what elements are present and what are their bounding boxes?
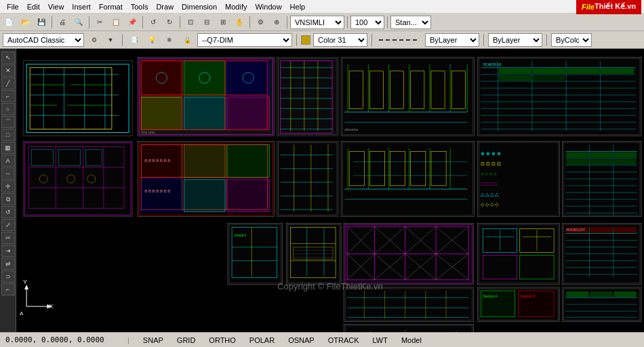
- toolbar-row-1: 📄 📂 💾 🖨 🔍 ✂ 📋 📌 ↺ ↻ ⊡ ⊟ ⊞ ✋ ⚙ ⊕ VNSIMLI …: [0, 14, 644, 31]
- fillet-tool[interactable]: ⌐: [1, 283, 15, 295]
- paste-btn[interactable]: 📌: [125, 15, 140, 30]
- hatch-tool[interactable]: ▦: [1, 142, 15, 154]
- svg-text:elevation: elevation: [344, 127, 358, 131]
- svg-text:◇ ◇ ◇ ◇: ◇ ◇ ◇ ◇: [481, 202, 499, 207]
- prop-sep1: [122, 34, 123, 46]
- svg-rect-108: [227, 180, 269, 211]
- canvas-area[interactable]: floor plan: [16, 49, 644, 332]
- menu-edit[interactable]: Edit: [23, 0, 44, 13]
- color-combo[interactable]: Color 31: [313, 33, 367, 47]
- plotstyle-combo[interactable]: ByColor: [551, 33, 592, 47]
- extend-tool[interactable]: ⇥: [1, 245, 15, 257]
- layer-icon[interactable]: 📑: [127, 33, 142, 47]
- print-btn[interactable]: 🖨: [55, 15, 70, 30]
- menu-view[interactable]: View: [44, 0, 68, 13]
- svg-rect-169: [614, 152, 637, 158]
- svg-rect-221: [479, 224, 558, 283]
- menu-bar: File Edit View Insert Format Tools Draw …: [0, 0, 644, 14]
- save-btn[interactable]: 💾: [34, 15, 49, 30]
- prop-btn[interactable]: ⚙: [253, 15, 268, 30]
- freeze-btn[interactable]: ❄: [162, 33, 177, 47]
- offset-tool[interactable]: ⊃: [1, 270, 15, 283]
- zoom-win-btn[interactable]: ⊡: [183, 15, 198, 30]
- cut-btn[interactable]: ✂: [92, 15, 107, 30]
- otrack-status[interactable]: OTRACK: [328, 336, 359, 344]
- new-btn[interactable]: 📄: [1, 15, 16, 30]
- arc-tool[interactable]: ⌒: [1, 116, 15, 128]
- zoom-ext-btn[interactable]: ⊞: [216, 15, 230, 30]
- copy-tool[interactable]: ⧉: [1, 193, 15, 205]
- grid-status[interactable]: GRID: [177, 336, 196, 344]
- polar-status[interactable]: POLAR: [249, 336, 275, 344]
- text-tool[interactable]: A: [1, 155, 15, 167]
- color-swatch[interactable]: [301, 35, 310, 45]
- layer-state-btn[interactable]: 💡: [144, 33, 159, 47]
- svg-rect-168: [590, 152, 612, 158]
- sep8: [387, 16, 388, 28]
- undo-btn[interactable]: ↺: [146, 15, 161, 30]
- linetype-combo[interactable]: ByLayer: [425, 33, 479, 47]
- prop-sep3: [371, 34, 372, 46]
- layer-name-combo[interactable]: --Q7-DIM: [197, 33, 292, 47]
- ws-btn1[interactable]: ⚙: [87, 33, 102, 47]
- line-tool[interactable]: ╱: [1, 77, 15, 89]
- menu-tools[interactable]: Tools: [127, 0, 153, 13]
- sep6: [287, 16, 287, 28]
- menu-window[interactable]: Window: [251, 0, 285, 13]
- svg-marker-286: [24, 285, 28, 289]
- move-tool[interactable]: ✛: [1, 180, 15, 192]
- menu-modify[interactable]: Modify: [221, 0, 251, 13]
- menu-insert[interactable]: Insert: [68, 0, 95, 13]
- svg-rect-85: [533, 75, 565, 81]
- copy-btn[interactable]: 📋: [108, 15, 123, 30]
- mirror-tool[interactable]: ⇌: [1, 258, 15, 270]
- rect-tool[interactable]: □: [1, 129, 15, 141]
- zoom-prev-btn[interactable]: ⊟: [199, 15, 214, 30]
- polyline-tool[interactable]: ⌐: [1, 90, 15, 102]
- ortho-status[interactable]: ORTHO: [209, 336, 236, 344]
- svg-rect-83: [601, 68, 634, 74]
- erase-tool[interactable]: ✕: [1, 64, 15, 77]
- svg-text:B B B B B B B: B B B B B B B: [144, 159, 170, 163]
- linetype-preview: [379, 39, 420, 41]
- zoom-combo[interactable]: 100: [350, 16, 384, 29]
- ws-btn2[interactable]: ▼: [103, 33, 118, 47]
- svg-text:B B B B B B B: B B B B B B B: [144, 189, 170, 193]
- match-btn[interactable]: ⊕: [269, 15, 284, 30]
- menu-format[interactable]: Format: [95, 0, 127, 13]
- svg-rect-129: [342, 143, 472, 216]
- workspace-combo[interactable]: AutoCAD Classic: [3, 33, 84, 47]
- preview-btn[interactable]: 🔍: [71, 15, 86, 30]
- pan-btn[interactable]: ✋: [232, 15, 247, 30]
- menu-help[interactable]: Help: [286, 0, 310, 13]
- svg-text:⊡ ⊡ ⊡ ⊡: ⊡ ⊡ ⊡ ⊡: [481, 161, 501, 166]
- scale-tool[interactable]: ⤢: [1, 219, 15, 231]
- redo-btn[interactable]: ↻: [162, 15, 177, 30]
- standard-combo[interactable]: Stan...: [390, 16, 431, 29]
- menu-file[interactable]: File: [3, 0, 23, 13]
- svg-rect-171: [590, 159, 612, 165]
- svg-text:Y: Y: [23, 279, 27, 285]
- lwt-status[interactable]: LWT: [373, 336, 388, 344]
- select-tool[interactable]: ↖: [1, 52, 15, 64]
- svg-rect-81: [533, 68, 565, 74]
- rotate-tool[interactable]: ↺: [1, 206, 15, 218]
- dim-tool[interactable]: ↔: [1, 167, 15, 180]
- menu-draw[interactable]: Draw: [152, 0, 178, 13]
- sep3: [142, 16, 143, 28]
- open-btn[interactable]: 📂: [18, 15, 33, 30]
- model-status[interactable]: Model: [401, 336, 422, 344]
- trim-tool[interactable]: ✂: [1, 232, 15, 244]
- snap-status[interactable]: SNAP: [143, 336, 163, 344]
- prop-bar: AutoCAD Classic ⚙ ▼ 📑 💡 ❄ 🔒 --Q7-DIM Col…: [0, 31, 644, 49]
- svg-rect-47: [342, 59, 472, 135]
- menu-dimension[interactable]: Dimension: [178, 0, 221, 13]
- svg-rect-267: [566, 291, 588, 297]
- lineweight-combo[interactable]: ByLayer: [488, 33, 542, 47]
- svg-rect-34: [279, 59, 338, 135]
- osnap-status[interactable]: OSNAP: [288, 336, 315, 344]
- svg-rect-0: [23, 61, 132, 136]
- circle-tool[interactable]: ○: [1, 103, 15, 115]
- vnsimli-combo[interactable]: VNSIMLI: [290, 16, 344, 29]
- lock-btn[interactable]: 🔒: [180, 33, 195, 47]
